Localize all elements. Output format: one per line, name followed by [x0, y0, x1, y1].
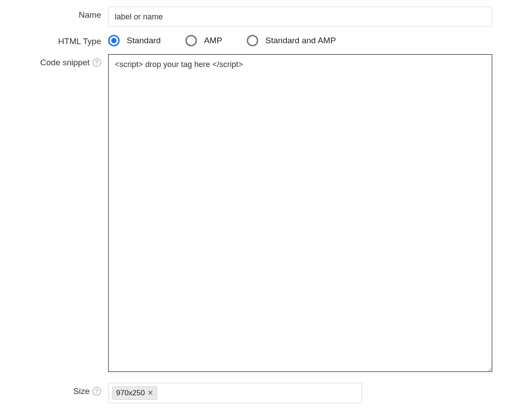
name-label-text: Name — [79, 10, 101, 20]
name-control — [108, 7, 496, 27]
radio-dot-icon — [111, 38, 117, 43]
size-chip-input[interactable]: 970x250 ✕ — [108, 383, 362, 403]
name-input[interactable] — [108, 7, 492, 27]
radio-amp-label: AMP — [204, 36, 222, 45]
radio-standard[interactable]: Standard — [108, 35, 161, 46]
size-label-text: Size — [73, 386, 90, 396]
size-chip: 970x250 ✕ — [112, 386, 157, 400]
code-snippet-label-text: Code snippet — [40, 58, 90, 68]
help-icon[interactable]: ? — [92, 387, 101, 396]
size-chip-label: 970x250 — [116, 389, 145, 398]
radio-circle-icon — [108, 35, 120, 46]
size-label: Size ? — [9, 383, 108, 396]
radio-standard-and-amp-label: Standard and AMP — [265, 36, 336, 45]
code-snippet-row: Code snippet ? — [9, 54, 496, 374]
name-row: Name — [9, 7, 496, 27]
html-type-row: HTML Type Standard AMP Standard and AMP — [9, 35, 496, 46]
radio-circle-icon — [247, 35, 258, 46]
size-row: Size ? 970x250 ✕ — [9, 383, 496, 403]
code-snippet-control — [108, 54, 496, 374]
code-snippet-textarea[interactable] — [108, 54, 492, 372]
html-type-control: Standard AMP Standard and AMP — [108, 35, 496, 46]
size-control: 970x250 ✕ — [108, 383, 496, 403]
html-type-label-text: HTML Type — [58, 37, 101, 46]
radio-standard-label: Standard — [127, 36, 161, 45]
radio-amp[interactable]: AMP — [185, 35, 222, 46]
radio-circle-icon — [185, 35, 197, 46]
radio-standard-and-amp[interactable]: Standard and AMP — [247, 35, 336, 46]
html-type-label: HTML Type — [9, 35, 108, 46]
help-icon[interactable]: ? — [92, 58, 101, 67]
code-snippet-label: Code snippet ? — [9, 54, 108, 68]
name-label: Name — [9, 7, 108, 20]
html-type-radio-group: Standard AMP Standard and AMP — [108, 35, 496, 46]
close-icon[interactable]: ✕ — [147, 390, 153, 397]
